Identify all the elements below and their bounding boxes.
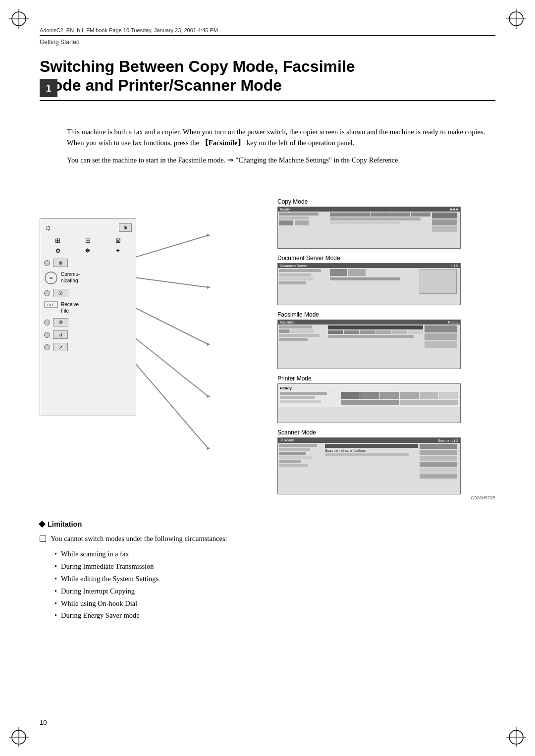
panel-btn-5[interactable]: ↗ — [53, 343, 68, 351]
printer-screen-inner: Ready — [278, 384, 460, 407]
panel-mode-icon: ⊕ — [119, 223, 132, 232]
doc-bar-3 — [279, 277, 314, 280]
file-info: AdonisC2_EN_b-f_FM.book Page 10 Tuesday,… — [40, 27, 495, 33]
panel-icon-left: ☼ — [44, 222, 53, 233]
page-title: Switching Between Copy Mode, Facsimile M… — [40, 57, 495, 95]
body-paragraph-2: You can set the machine to start in the … — [67, 155, 495, 165]
bar-4 — [330, 221, 400, 224]
panel-grid-icon-6: ✦ — [104, 247, 132, 255]
fax-bar-2 — [279, 334, 320, 337]
copy-right-btn-2 — [432, 219, 457, 225]
pg5 — [420, 392, 439, 399]
limitation-intro: You cannot switch modes under the follow… — [40, 533, 495, 544]
scanner-center: Scan cannot scroll buttons — [325, 444, 418, 479]
svg-line-14 — [134, 307, 208, 344]
limitation-section: Limitation You cannot switch modes under… — [40, 520, 495, 622]
scanner-right — [420, 444, 459, 479]
scanner-block: Scanner Mode ☑ ReadyScanner v1.2 — [277, 429, 495, 500]
grid-c4 — [390, 213, 410, 216]
limitation-list: While scanning in a fax During Immediate… — [40, 548, 495, 622]
copy-mode-screen: Ready■ ■ ■ — [277, 207, 461, 249]
doc-bar-5 — [330, 277, 400, 280]
list-item-2: During Immediate Transmission — [54, 560, 495, 573]
panel-grid-icon-2: ⊟ — [74, 237, 102, 245]
fax-g1 — [328, 330, 343, 334]
panel-grid-icon-1: ⊞ — [44, 237, 72, 245]
fax-right-btn-2 — [425, 333, 457, 340]
doc-btn-1 — [330, 269, 347, 276]
corner-mark-tr — [506, 9, 526, 29]
led-5 — [44, 344, 50, 350]
screen-mockups: Copy Mode Ready■ ■ ■ — [277, 198, 495, 506]
printer-pc-bar-2 — [400, 400, 458, 405]
header-rule — [40, 35, 495, 36]
fax-label: Facsimile Mode — [277, 311, 495, 318]
svg-marker-17 — [207, 234, 211, 237]
list-item-1: While scanning in a fax — [54, 548, 495, 560]
fax-g4 — [375, 330, 391, 334]
panel-grid-icon-5: ❋ — [74, 247, 102, 255]
section-label: Getting Started — [40, 39, 495, 46]
sc-bar-7 — [325, 453, 409, 456]
receive-file-label: ReceiveFile — [61, 301, 79, 314]
sc-subtitle: Scan cannot scroll buttons — [325, 449, 418, 452]
svg-marker-20 — [207, 395, 211, 398]
fax-speed-bar — [289, 329, 314, 333]
copy-grid — [330, 213, 430, 216]
copy-mode-block: Copy Mode Ready■ ■ ■ — [277, 198, 495, 249]
copy-right-btn-1 — [432, 213, 457, 218]
image-code: G026H570E — [277, 495, 495, 500]
grid-c2 — [350, 213, 370, 216]
svg-text:⇔: ⇔ — [50, 276, 53, 280]
led-2 — [44, 290, 50, 296]
panel-btn-4[interactable]: ⊿ — [53, 330, 68, 339]
svg-line-15 — [134, 337, 208, 396]
sc-rb-6 — [420, 474, 457, 479]
limitation-title: Limitation — [40, 520, 495, 528]
body-text: This machine is both a fax and a copier.… — [67, 126, 495, 171]
svg-text:FILE: FILE — [48, 303, 55, 307]
chapter-number: 1 — [40, 79, 57, 97]
fax-screen-header: FacsimileReady — [278, 320, 460, 324]
pg1 — [341, 392, 360, 399]
body-paragraph-1: This machine is both a fax and a copier.… — [67, 126, 495, 149]
fax-bar-1 — [279, 325, 312, 328]
panel-btn-2[interactable]: ② — [53, 289, 68, 297]
list-item-6: During Energy Saver mode — [54, 609, 495, 622]
scanner-body: Scan cannot scroll buttons — [278, 443, 460, 480]
fax-right-btn-3 — [425, 341, 457, 348]
sc-rb-2 — [420, 450, 457, 455]
sc-bar-1 — [279, 444, 317, 447]
corner-mark-tl — [9, 9, 29, 29]
panel-btn-3[interactable]: ⑩ — [53, 318, 68, 326]
diamond-bullet — [39, 521, 46, 528]
doc-server-label: Document Server Mode — [277, 255, 495, 262]
fax-screen-body — [278, 324, 460, 349]
sc-bar-6 — [279, 464, 308, 467]
svg-marker-21 — [207, 447, 211, 450]
fax-bar-3 — [279, 338, 308, 341]
fax-center — [328, 325, 423, 348]
pg3 — [380, 392, 399, 399]
printer-pc-bar-1 — [341, 400, 399, 405]
panel-btn-1[interactable]: ⊕ — [53, 259, 68, 267]
svg-marker-19 — [207, 343, 211, 346]
list-item-3: While editing the System Settings — [54, 573, 495, 585]
list-item-4: During Interrupt Copying — [54, 585, 495, 597]
fax-g5 — [392, 330, 407, 334]
fax-right-btn-1 — [425, 325, 457, 332]
scanner-label: Scanner Mode — [277, 429, 495, 436]
printer-bar-3 — [280, 400, 321, 403]
doc-screen-right — [420, 269, 459, 294]
doc-screen-body — [278, 268, 460, 295]
control-panel: ☼ ⊕ ⊞ ⊟ ⊠ ✿ ❋ ✦ ⊕ ⇔ — [40, 218, 136, 416]
communicating-label: Commu-nicating — [61, 271, 80, 284]
fax-g6 — [408, 330, 423, 334]
printer-screen: Ready — [277, 383, 461, 423]
svg-line-16 — [134, 362, 208, 448]
copy-screen-body — [278, 212, 460, 233]
sc-rb-1 — [420, 444, 457, 449]
doc-btn-2 — [348, 269, 366, 276]
diagram-area: ☼ ⊕ ⊞ ⊟ ⊠ ✿ ❋ ✦ ⊕ ⇔ — [40, 198, 495, 505]
sc-rb-3 — [420, 456, 457, 461]
